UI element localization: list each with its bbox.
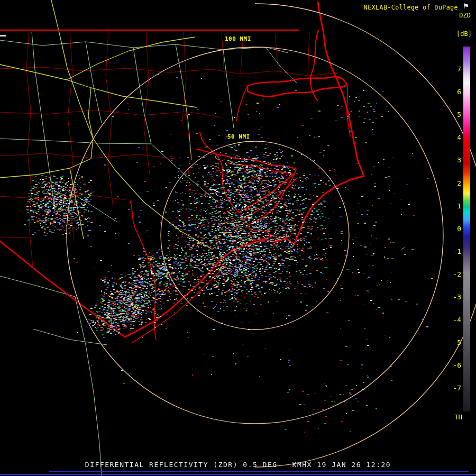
colorbar-tick-label: 0 <box>444 225 461 233</box>
radar-echoes-canvas <box>0 0 476 476</box>
left-edge-tick <box>0 35 6 36</box>
colorbar <box>463 47 470 411</box>
colorbar-tick-label: 1 <box>444 203 461 210</box>
range-ring-label-50nmi: 50 NMI <box>227 133 250 140</box>
colorbar-units: [dB] <box>456 30 472 38</box>
colorbar-tick-label: 5 <box>444 111 461 118</box>
colorbar-tick-label: 6 <box>444 88 461 96</box>
colorbar-tick-label: 3 <box>444 157 461 164</box>
colorbar-tick-label: -5 <box>444 339 461 346</box>
colorbar-tick-label: 7 <box>444 66 461 73</box>
colorbar-tick-label: -4 <box>444 316 461 324</box>
cod-logo-icon: ⚑ <box>460 1 472 11</box>
product-status-line: DIFFERENTIAL REFLECTIVITY (ZDR) 0.5 DEG … <box>0 461 476 469</box>
colorbar-threshold-label: TH <box>455 414 462 421</box>
brand-text: NEXLAB-College of DuPage <box>364 4 458 11</box>
colorbar-tick-label: -1 <box>444 248 461 255</box>
colorbar-title: DZD <box>459 12 471 19</box>
colorbar-tick-label: -7 <box>444 385 461 392</box>
baseline-upper <box>49 471 469 472</box>
colorbar-tick-label: -2 <box>444 271 461 278</box>
colorbar-tick-label: 2 <box>444 180 461 187</box>
colorbar-tick-label: -3 <box>444 294 461 301</box>
radar-display: 100 NMI 50 NMI NEXLAB-College of DuPage … <box>0 0 476 476</box>
range-ring-label-100nmi: 100 NMI <box>225 35 251 42</box>
colorbar-tick-label: -6 <box>444 362 461 369</box>
colorbar-tick-label: 4 <box>444 134 461 141</box>
baseline-lower <box>0 474 476 475</box>
